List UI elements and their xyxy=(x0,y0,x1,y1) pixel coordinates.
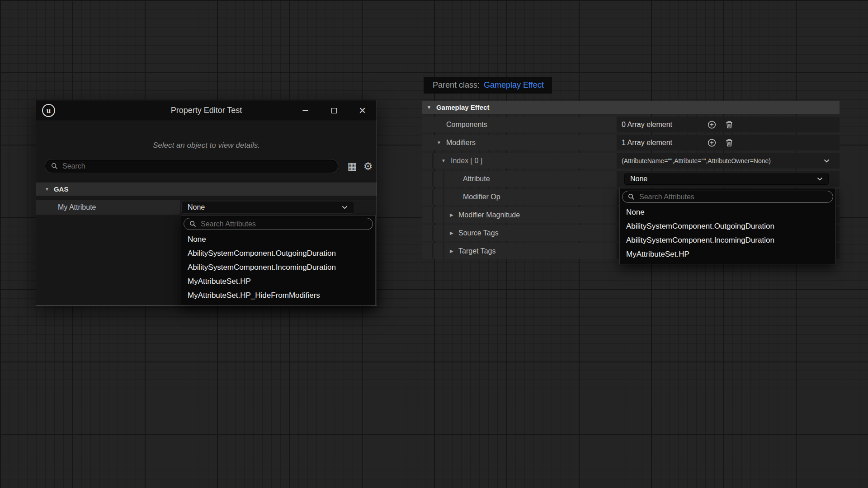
chevron-down-icon xyxy=(817,177,823,181)
expand-arrow-icon[interactable]: ▶ xyxy=(450,249,453,253)
chevron-down-icon xyxy=(342,206,348,209)
attribute-combobox[interactable]: None xyxy=(624,173,829,185)
dropdown-item[interactable]: MyAttributeSet.HP xyxy=(184,274,373,288)
row-modifiers: ▼ Modifiers 1 Array element xyxy=(422,135,840,150)
expand-arrow-icon[interactable]: ▶ xyxy=(450,213,453,217)
row-label-cell[interactable]: ▼ Index [ 0 ] xyxy=(422,153,617,169)
window-controls: ─ × xyxy=(291,100,377,121)
property-label: Modifier Op xyxy=(463,193,500,201)
window-titlebar[interactable]: u Property Editor Test ─ × xyxy=(36,100,377,121)
row-value-cell: 1 Array element xyxy=(617,135,840,150)
dropdown-search-box[interactable] xyxy=(184,218,373,230)
chevron-down-icon[interactable] xyxy=(824,159,830,163)
attribute-picker-dropdown: None AbilitySystemComponent.OutgoingDura… xyxy=(181,215,376,305)
collapse-arrow-icon[interactable]: ▼ xyxy=(437,141,441,145)
search-icon xyxy=(51,163,58,169)
dropdown-item[interactable]: AbilitySystemComponent.OutgoingDuration xyxy=(622,219,833,233)
property-label: Components xyxy=(446,121,487,129)
dropdown-item[interactable]: None xyxy=(622,205,833,219)
row-index-0: ▼ Index [ 0 ] (AttributeName="",Attribut… xyxy=(422,153,840,169)
collapse-arrow-icon[interactable]: ▼ xyxy=(45,187,49,192)
expand-arrow-icon[interactable]: ▶ xyxy=(450,231,453,235)
dropdown-search-input[interactable] xyxy=(638,192,827,202)
property-label: Modifiers xyxy=(446,139,476,147)
row-components: Components 0 Array element xyxy=(422,117,840,132)
settings-gear-icon[interactable]: ⚙ xyxy=(361,160,375,173)
row-label-cell[interactable]: Modifier Op xyxy=(422,189,617,205)
row-value-cell: 0 Array element xyxy=(617,117,840,132)
category-gameplay-effect[interactable]: ▼ Gameplay Effect xyxy=(422,101,840,114)
dropdown-search-input[interactable] xyxy=(200,220,367,229)
property-label: Attribute xyxy=(463,175,490,183)
search-box[interactable] xyxy=(45,160,338,173)
add-array-element-icon[interactable] xyxy=(708,120,716,129)
property-label: Target Tags xyxy=(458,247,495,255)
maximize-icon xyxy=(331,108,337,113)
parent-class-link[interactable]: Gameplay Effect xyxy=(484,80,544,90)
dropdown-item[interactable]: MyAttributeSet.HP_HideFromModifiers xyxy=(184,288,373,302)
parent-class-label: Parent class: xyxy=(433,80,480,90)
property-editor-window: u Property Editor Test ─ × Select an obj… xyxy=(36,100,377,306)
empty-selection-message: Select an object to view details. xyxy=(36,141,377,150)
unreal-logo-icon: u xyxy=(42,104,55,117)
struct-preview: (AttributeName="",Attribute="",Attribute… xyxy=(622,157,771,164)
row-label-cell[interactable]: ▼ Modifiers xyxy=(422,135,617,150)
view-options-icon[interactable]: ▦ xyxy=(345,160,359,173)
row-label-cell[interactable]: ▶ Source Tags xyxy=(422,225,617,241)
row-label-cell[interactable]: Components xyxy=(422,117,617,132)
blueprint-graph-background: u Property Editor Test ─ × Select an obj… xyxy=(0,0,868,488)
combobox-value: None xyxy=(188,203,205,211)
property-label: Modifier Magnitude xyxy=(458,211,520,219)
category-label: GAS xyxy=(54,185,69,193)
search-icon xyxy=(628,193,635,200)
close-button[interactable]: × xyxy=(348,100,377,121)
row-label-cell[interactable]: Attribute xyxy=(422,171,617,187)
parent-class-bar: Parent class: Gameplay Effect xyxy=(424,77,552,94)
dropdown-item[interactable]: AbilitySystemComponent.OutgoingDuration xyxy=(184,246,373,260)
delete-array-icon[interactable] xyxy=(726,139,733,147)
category-gas[interactable]: ▼ GAS xyxy=(36,182,377,196)
collapse-arrow-icon[interactable]: ▼ xyxy=(441,159,446,163)
attribute-picker-dropdown: None AbilitySystemComponent.OutgoingDura… xyxy=(619,188,836,264)
row-my-attribute: My Attribute None xyxy=(36,200,377,215)
property-label-cell[interactable]: My Attribute xyxy=(36,200,181,215)
category-label: Gameplay Effect xyxy=(436,103,490,111)
row-value-cell[interactable]: (AttributeName="",Attribute="",Attribute… xyxy=(617,153,840,169)
search-input[interactable] xyxy=(61,162,332,171)
row-label-cell[interactable]: ▶ Target Tags xyxy=(422,243,617,259)
unreal-logo-glyph: u xyxy=(47,107,51,114)
property-value-cell: None xyxy=(181,200,377,215)
row-value-cell: None xyxy=(617,171,840,187)
row-attribute: Attribute None xyxy=(422,171,840,187)
row-label-cell[interactable]: ▶ Modifier Magnitude xyxy=(422,207,617,223)
property-label: Index [ 0 ] xyxy=(451,157,482,165)
dropdown-item[interactable]: None xyxy=(184,232,373,246)
collapse-arrow-icon[interactable]: ▼ xyxy=(427,105,431,110)
dropdown-item[interactable]: MyAttributeSet.HP xyxy=(622,247,833,261)
property-label: Source Tags xyxy=(458,229,499,237)
dropdown-search-box[interactable] xyxy=(622,191,833,203)
delete-array-icon[interactable] xyxy=(726,121,733,129)
maximize-button[interactable] xyxy=(320,100,348,121)
array-count: 0 Array element xyxy=(622,121,672,129)
property-label: My Attribute xyxy=(58,203,96,211)
search-icon xyxy=(189,221,196,227)
add-array-element-icon[interactable] xyxy=(708,138,716,147)
my-attribute-combobox[interactable]: None xyxy=(182,202,354,213)
minimize-button[interactable]: ─ xyxy=(291,100,320,121)
array-count: 1 Array element xyxy=(622,139,672,147)
dropdown-item[interactable]: AbilitySystemComponent.IncomingDuration xyxy=(184,260,373,274)
dropdown-item[interactable]: AbilitySystemComponent.IncomingDuration xyxy=(622,233,833,247)
combobox-value: None xyxy=(630,175,647,183)
